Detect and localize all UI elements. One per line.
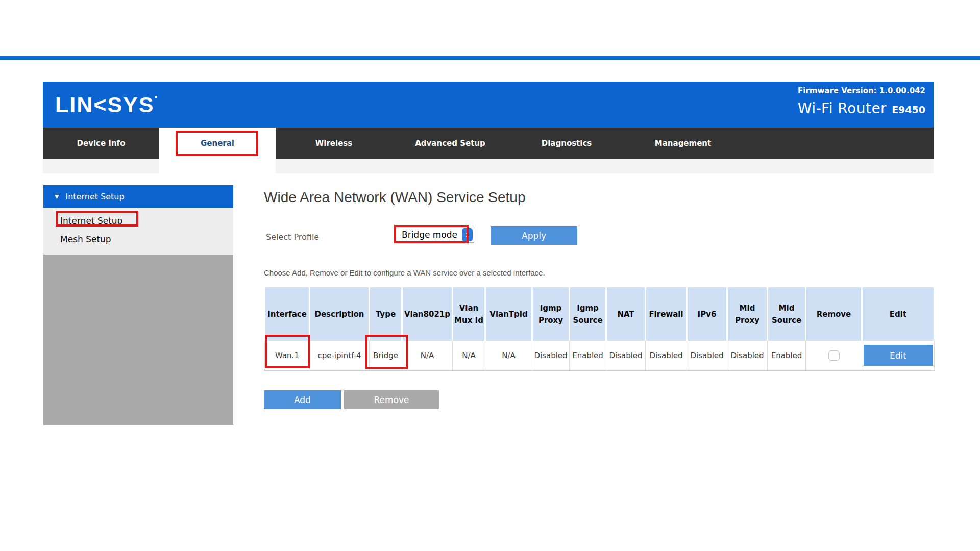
wan-service-table: Interface Description Type Vlan8021p Vla… [264, 287, 935, 371]
sidebar-section-label: Internet Setup [65, 192, 124, 202]
sidebar-item-mesh-setup[interactable]: Mesh Setup [43, 230, 233, 248]
cell-vlan8021p: N/A [402, 341, 453, 370]
cell-mld-proxy: Disabled [727, 341, 768, 370]
cell-remove [806, 341, 862, 370]
col-header-vlantpid: VlanTpid [485, 287, 532, 341]
table-row: Wan.1 cpe-ipintf-4 Bridge N/A N/A N/A Di… [265, 341, 935, 370]
cell-description: cpe-ipintf-4 [310, 341, 370, 370]
top-divider-line [0, 56, 980, 60]
col-header-remove: Remove [806, 287, 862, 341]
tab-diagnostics[interactable]: Diagnostics [508, 128, 625, 159]
col-header-description: Description [310, 287, 370, 341]
col-header-interface: Interface [265, 287, 310, 341]
cell-firewall: Disabled [646, 341, 687, 370]
sidebar-items: Internet Setup Mesh Setup [43, 208, 233, 255]
firmware-version: Firmware Version: 1.0.00.042 [798, 86, 925, 95]
cell-ipv6: Disabled [687, 341, 727, 370]
col-header-vlan8021p: Vlan8021p [402, 287, 453, 341]
instruction-text: Choose Add, Remove or Edit to configure … [264, 268, 545, 277]
product-line: Wi-Fi RouterE9450 [798, 100, 925, 117]
col-header-firewall: Firewall [646, 287, 687, 341]
apply-button[interactable]: Apply [491, 226, 577, 245]
select-profile-label: Select Profile [266, 232, 319, 242]
remove-button[interactable]: Remove [344, 390, 439, 409]
col-header-mld-proxy: Mld Proxy [727, 287, 768, 341]
logo-text-right: SYS [107, 92, 154, 117]
product-name: Wi-Fi Router [798, 100, 887, 117]
col-header-mld-source: Mld Source [768, 287, 806, 341]
sidebar-item-internet-setup[interactable]: Internet Setup [43, 212, 233, 230]
linksys-logo: LIN<SYS [55, 94, 157, 116]
stepper-up-icon [465, 232, 470, 234]
cell-igmp-proxy: Disabled [532, 341, 570, 370]
col-header-vlan-mux-id: Vlan Mux Id [453, 287, 485, 341]
cell-vlantpid: N/A [485, 341, 532, 370]
page-title: Wide Area Network (WAN) Service Setup [264, 189, 525, 206]
add-button[interactable]: Add [264, 390, 341, 409]
cell-vlan-mux-id: N/A [453, 341, 485, 370]
sidebar-filler [43, 255, 233, 425]
edit-button[interactable]: Edit [864, 345, 933, 366]
tab-wireless[interactable]: Wireless [276, 128, 392, 159]
triangle-down-icon: ▼ [55, 193, 59, 200]
sidebar: ▼ Internet Setup Internet Setup Mesh Set… [43, 185, 233, 425]
header-right-block: Firmware Version: 1.0.00.042 Wi-Fi Route… [798, 86, 925, 117]
profile-select[interactable]: Bridge mode [397, 227, 474, 243]
stepper-down-icon [465, 236, 470, 238]
col-header-nat: NAT [606, 287, 646, 341]
cell-edit: Edit [862, 341, 935, 370]
app-header: LIN<SYS Firmware Version: 1.0.00.042 Wi-… [43, 82, 934, 128]
model-number: E9450 [892, 104, 925, 115]
logo-k-glyph: < [93, 92, 107, 117]
cell-interface: Wan.1 [265, 341, 310, 370]
col-header-igmp-source: Igmp Source [570, 287, 606, 341]
col-header-ipv6: IPv6 [687, 287, 727, 341]
sidebar-section-internet-setup[interactable]: ▼ Internet Setup [43, 185, 233, 208]
tab-management[interactable]: Management [625, 128, 741, 159]
cell-mld-source: Enabled [768, 341, 806, 370]
table-header-row: Interface Description Type Vlan8021p Vla… [265, 287, 935, 341]
remove-checkbox[interactable] [828, 350, 840, 361]
trademark-mark [155, 96, 157, 98]
main-nav: Device Info General Wireless Advanced Se… [43, 128, 934, 159]
tab-device-info[interactable]: Device Info [43, 128, 159, 159]
col-header-type: Type [370, 287, 402, 341]
logo-text-left: LIN [55, 92, 93, 117]
cell-nat: Disabled [606, 341, 646, 370]
cell-igmp-source: Enabled [570, 341, 606, 370]
col-header-edit: Edit [862, 287, 935, 341]
select-stepper-icon[interactable] [462, 228, 473, 241]
col-header-igmp-proxy: Igmp Proxy [532, 287, 570, 341]
tab-general[interactable]: General [159, 128, 276, 173]
tab-advanced-setup[interactable]: Advanced Setup [392, 128, 508, 159]
profile-select-value: Bridge mode [397, 230, 462, 240]
cell-type: Bridge [370, 341, 402, 370]
